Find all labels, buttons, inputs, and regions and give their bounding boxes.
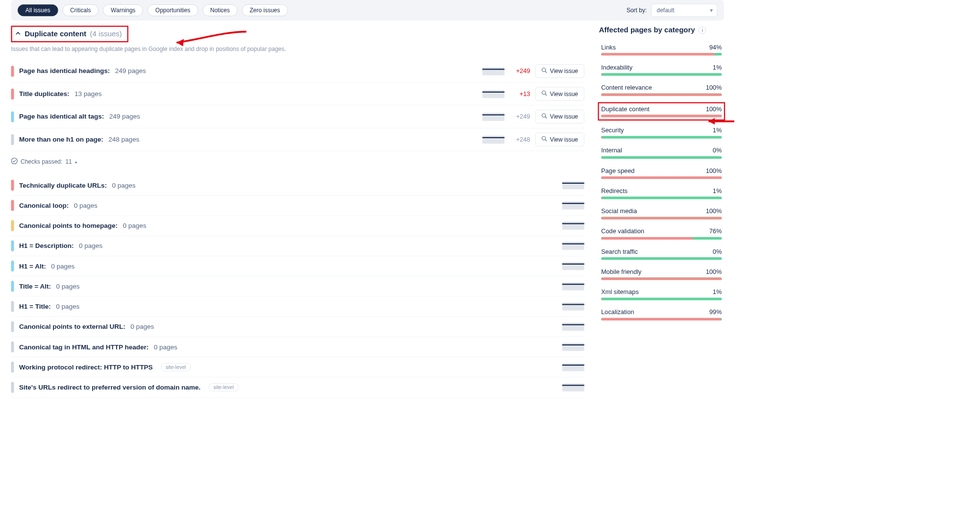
issue-row: H1 = Alt:0 pages: [11, 256, 584, 276]
severity-indicator: [11, 321, 14, 333]
issue-name[interactable]: Page has identical alt tags:: [19, 113, 104, 121]
chevron-up-icon: [15, 30, 21, 37]
category-row-mobile-friendly[interactable]: Mobile friendly100%: [599, 266, 724, 282]
category-name: Content relevance: [601, 84, 652, 92]
info-icon[interactable]: i: [699, 26, 706, 34]
category-percent: 76%: [709, 228, 722, 235]
severity-indicator: [11, 261, 14, 272]
issue-page-count: 0 pages: [130, 323, 154, 331]
issue-name[interactable]: Working protocol redirect: HTTP to HTTPS: [19, 363, 153, 371]
sparkline: [562, 343, 584, 351]
sparkline: [482, 135, 504, 144]
checks-passed-toggle[interactable]: Checks passed: 11 ▴: [11, 158, 77, 166]
annotation-arrow-left: [169, 29, 250, 48]
section-title: Duplicate content: [25, 30, 86, 38]
severity-indicator: [11, 362, 14, 373]
filter-pill-opportunities[interactable]: Opportunities: [148, 4, 198, 16]
category-row-links[interactable]: Links94%: [599, 42, 724, 58]
view-issue-button[interactable]: View issue: [535, 133, 584, 147]
category-row-social-media[interactable]: Social media100%: [599, 205, 724, 221]
category-bar: [601, 73, 722, 75]
issue-row: Title duplicates:13 pages+13View issue: [11, 83, 584, 106]
issue-page-count: 0 pages: [56, 282, 79, 290]
sparkline: [562, 181, 584, 190]
issue-name[interactable]: H1 = Alt:: [19, 262, 46, 270]
filter-pill-notices[interactable]: Notices: [202, 4, 238, 16]
issue-row: Canonical loop:0 pages: [11, 196, 584, 216]
issue-name[interactable]: Canonical points to homepage:: [19, 222, 118, 230]
svg-marker-10: [708, 118, 715, 125]
category-row-localization[interactable]: Localization99%: [599, 307, 724, 323]
category-percent: 0%: [713, 248, 722, 255]
issue-name[interactable]: H1 = Description:: [19, 242, 74, 250]
category-percent: 94%: [709, 44, 722, 51]
category-bar: [601, 277, 722, 280]
issue-page-count: 0 pages: [123, 222, 147, 230]
issue-page-count: 13 pages: [75, 90, 102, 98]
category-row-content-relevance[interactable]: Content relevance100%: [599, 82, 724, 98]
issue-name[interactable]: Technically duplicate URLs:: [19, 181, 107, 189]
sparkline: [482, 67, 504, 75]
sparkline: [562, 363, 584, 371]
issue-name[interactable]: Page has identical headings:: [19, 67, 110, 75]
category-row-page-speed[interactable]: Page speed100%: [599, 165, 724, 181]
section-issue-count: (4 issues): [90, 30, 122, 38]
issue-name[interactable]: Canonical loop:: [19, 201, 69, 209]
sparkline: [562, 282, 584, 291]
severity-indicator: [11, 88, 14, 99]
issue-name[interactable]: Canonical points to external URL:: [19, 323, 126, 331]
category-row-internal[interactable]: Internal0%: [599, 145, 724, 161]
category-row-code-validation[interactable]: Code validation76%: [599, 226, 724, 242]
sort-label: Sort by:: [627, 7, 647, 14]
view-issue-button[interactable]: View issue: [535, 87, 584, 101]
delta-value: +249: [509, 68, 530, 75]
category-row-search-traffic[interactable]: Search traffic0%: [599, 246, 724, 262]
chevron-down-icon: ▾: [710, 7, 713, 14]
section-subtitle: Issues that can lead to appearing duplic…: [11, 46, 584, 53]
category-name: Duplicate content: [601, 105, 650, 113]
category-percent: 99%: [709, 309, 722, 316]
category-percent: 100%: [706, 208, 722, 215]
issue-name[interactable]: H1 = Title:: [19, 303, 51, 311]
delta-value: +13: [509, 90, 530, 98]
affected-pages-title: Affected pages by category: [599, 26, 695, 34]
sort-select[interactable]: default ▾: [651, 4, 717, 17]
view-issue-button[interactable]: View issue: [535, 64, 584, 78]
issue-name[interactable]: Title = Alt:: [19, 282, 51, 290]
severity-indicator: [11, 241, 14, 252]
search-icon: [542, 113, 547, 120]
filter-pill-zero-issues[interactable]: Zero issues: [242, 4, 288, 16]
issue-row: Canonical points to external URL:0 pages: [11, 317, 584, 337]
category-row-indexability[interactable]: Indexability1%: [599, 62, 724, 78]
sparkline: [482, 113, 504, 121]
issue-name[interactable]: Canonical tag in HTML and HTTP header:: [19, 343, 149, 351]
site-level-badge: site-level: [209, 383, 239, 392]
category-name: Code validation: [601, 228, 644, 235]
search-icon: [542, 136, 547, 143]
category-row-redirects[interactable]: Redirects1%: [599, 185, 724, 201]
issue-name[interactable]: Title duplicates:: [19, 90, 70, 98]
view-issue-button[interactable]: View issue: [535, 110, 584, 123]
delta-value: +248: [509, 136, 530, 143]
site-level-badge: site-level: [161, 363, 191, 371]
issue-row: H1 = Title:0 pages: [11, 296, 584, 317]
svg-line-4: [545, 94, 547, 96]
category-name: Localization: [601, 309, 634, 316]
filter-pill-warnings[interactable]: Warnings: [103, 4, 143, 16]
filter-pill-all-issues[interactable]: All issues: [18, 4, 58, 16]
category-bar: [601, 176, 722, 179]
category-name: Internal: [601, 147, 622, 154]
svg-point-5: [542, 114, 546, 118]
annotation-arrow-right: [703, 112, 736, 131]
checks-passed-count: 11: [65, 158, 72, 165]
issue-name[interactable]: Site's URLs redirect to preferred versio…: [19, 384, 201, 392]
category-row-xml-sitemaps[interactable]: Xml sitemaps1%: [599, 286, 724, 302]
category-bar: [601, 257, 722, 260]
issue-row: Site's URLs redirect to preferred versio…: [11, 377, 584, 397]
category-bar: [601, 156, 722, 159]
filter-pill-criticals[interactable]: Criticals: [62, 4, 99, 16]
section-header-duplicate-content[interactable]: Duplicate content (4 issues): [11, 26, 128, 43]
issue-name[interactable]: More than one h1 on page:: [19, 136, 103, 144]
svg-point-3: [542, 91, 546, 95]
category-percent: 1%: [713, 289, 722, 296]
